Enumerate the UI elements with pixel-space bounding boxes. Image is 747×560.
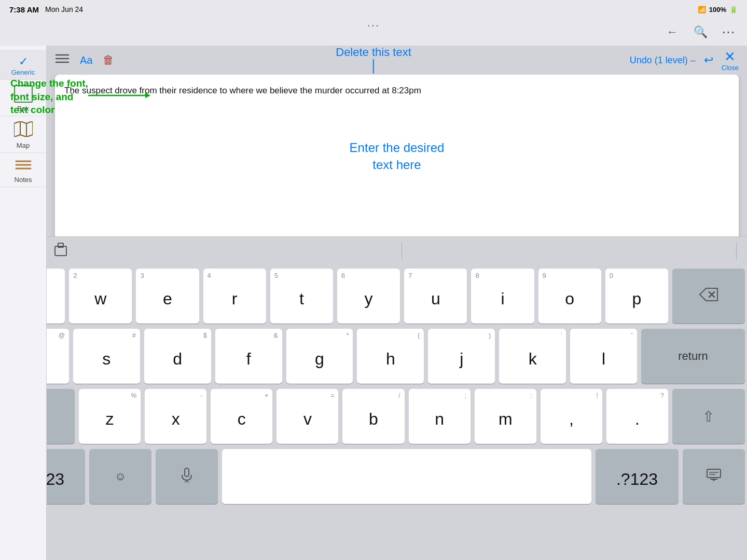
notes-icon: [15, 158, 32, 174]
key-n[interactable]: ; n: [409, 389, 471, 444]
checkmark-icon: ✓: [19, 55, 28, 68]
keyboard-row-4: .?123 ☺ .?123: [2, 449, 745, 504]
key-comma[interactable]: ! ,: [541, 389, 602, 444]
annotation-toolbar: Aa 🗑 Undo (1 level) – ↩ ✕ Close: [47, 46, 747, 75]
key-i[interactable]: 8 i: [471, 269, 534, 324]
note-text: The suspect drove from their residence t…: [64, 86, 421, 95]
key-b[interactable]: / b: [342, 389, 404, 444]
key-f[interactable]: & f: [215, 329, 282, 384]
key-o[interactable]: 9 o: [538, 269, 601, 324]
status-icons: 📶 100% 🔋: [698, 6, 738, 13]
svg-rect-16: [185, 468, 189, 477]
key-e[interactable]: 3 e: [136, 269, 199, 324]
back-button[interactable]: ←: [663, 23, 682, 41]
mic-key[interactable]: [156, 449, 218, 504]
sidebar-item-generic[interactable]: ✓ Generic: [0, 50, 46, 80]
delete-button[interactable]: 🗑: [103, 53, 114, 67]
sidebar-item-box[interactable]: Box: [0, 80, 46, 116]
wifi-icon: 📶: [698, 6, 706, 13]
keyboard-row-2: @ a # s $ d & f * g ( h ) j ‘ k: [2, 329, 745, 384]
status-date: Mon Jun 24: [45, 5, 83, 13]
note-placeholder[interactable]: Enter the desired text here: [64, 139, 729, 174]
key-period[interactable]: ? .: [606, 389, 668, 444]
sidebar-label-generic: Generic: [11, 68, 35, 76]
key-t[interactable]: 5 t: [270, 269, 333, 324]
sidebar-item-notes[interactable]: Notes: [0, 153, 46, 187]
toolbar-divider-1: [402, 243, 402, 259]
key-j[interactable]: ) j: [428, 329, 495, 384]
num-sym-key-right[interactable]: .?123: [596, 449, 679, 504]
toolbar-divider-2: [736, 243, 737, 259]
svg-marker-0: [14, 121, 33, 137]
key-r[interactable]: 4 r: [203, 269, 266, 324]
close-label: Close: [722, 64, 739, 72]
key-w[interactable]: 2 w: [69, 269, 132, 324]
keyboard: 1 q 2 w 3 e 4 r 5 t 6 y 7 u 8 i: [0, 264, 747, 560]
keyboard-dismiss-key[interactable]: [683, 449, 745, 504]
more-icon: ⋯: [722, 24, 736, 40]
close-icon: ✕: [724, 49, 736, 65]
key-y[interactable]: 6 y: [337, 269, 400, 324]
sidebar: ✓ Generic Box Map Notes: [0, 46, 47, 560]
top-dots: ···: [367, 19, 380, 32]
more-button[interactable]: ⋯: [719, 23, 738, 41]
key-m[interactable]: : m: [475, 389, 536, 444]
font-format-button[interactable]: Aa: [80, 54, 92, 66]
svg-marker-23: [712, 479, 716, 481]
delete-icon: [699, 287, 718, 305]
sidebar-item-map[interactable]: Map: [0, 116, 46, 153]
keyboard-toolbar: ↩ ↪: [0, 236, 747, 264]
key-x[interactable]: - x: [145, 389, 206, 444]
key-h[interactable]: ( h: [357, 329, 424, 384]
undo-icon[interactable]: ↩: [704, 53, 713, 67]
space-key[interactable]: [222, 449, 591, 504]
key-d[interactable]: $ d: [144, 329, 211, 384]
battery-graphic: 🔋: [729, 6, 738, 13]
undo-button[interactable]: Undo (1 level) –: [630, 55, 696, 66]
trash-icon: 🗑: [103, 53, 114, 66]
placeholder-line2: text here: [372, 158, 421, 172]
placeholder-line1: Enter the desired: [350, 141, 445, 155]
return-key[interactable]: return: [641, 329, 745, 384]
box-icon: [14, 85, 33, 103]
sidebar-label-box: Box: [17, 105, 29, 113]
key-p[interactable]: 0 p: [605, 269, 668, 324]
return-label: return: [678, 349, 708, 363]
menu-icon: [55, 53, 70, 67]
close-button[interactable]: ✕ Close: [722, 49, 739, 72]
key-k[interactable]: ‘ k: [499, 329, 566, 384]
status-bar: 7:38 AM Mon Jun 24 📶 100% 🔋: [0, 0, 747, 19]
shift-icon-right: ⇧: [702, 408, 714, 425]
svg-rect-19: [707, 469, 721, 478]
delete-key[interactable]: [672, 269, 745, 324]
sidebar-label-map: Map: [17, 142, 30, 149]
search-button[interactable]: 🔍: [691, 23, 710, 41]
kb-paste-button[interactable]: [54, 242, 67, 260]
sidebar-label-notes: Notes: [15, 176, 32, 184]
key-u[interactable]: 7 u: [404, 269, 467, 324]
keyboard-row-1: 1 q 2 w 3 e 4 r 5 t 6 y 7 u 8 i: [2, 269, 745, 324]
key-z[interactable]: % z: [79, 389, 141, 444]
key-s[interactable]: # s: [73, 329, 140, 384]
key-g[interactable]: * g: [286, 329, 353, 384]
shift-key-right[interactable]: ⇧: [672, 389, 745, 444]
back-icon: ←: [667, 25, 678, 39]
undo-section: Undo (1 level) – ↩ ✕ Close: [630, 49, 739, 72]
battery-icon: 100%: [709, 6, 726, 13]
map-icon: [14, 121, 33, 141]
keyboard-row-3: ⇧ % z - x + c = v / b ; n : m: [2, 389, 745, 444]
status-time: 7:38 AM: [9, 5, 39, 14]
search-icon: 🔍: [694, 25, 708, 39]
key-l[interactable]: “ l: [570, 329, 637, 384]
emoji-key[interactable]: ☺: [89, 449, 151, 504]
key-v[interactable]: = v: [276, 389, 338, 444]
kb-paste-icon: [54, 245, 67, 259]
key-c[interactable]: + c: [211, 389, 272, 444]
